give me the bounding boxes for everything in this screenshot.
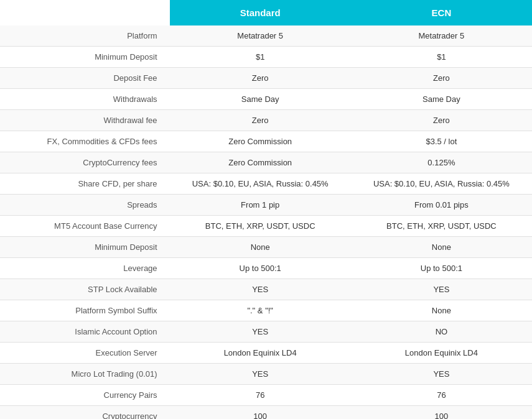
table-row: Minimum Deposit$1$1 [0,47,532,68]
comparison-table-container: Standard ECN PlatformMetatrader 5Metatra… [0,0,532,419]
row-standard-value: YES [170,279,351,300]
header-ecn: ECN [351,0,532,25]
row-standard-value: Up to 500:1 [170,258,351,279]
row-standard-value: Metatrader 5 [170,25,351,47]
row-standard-value: Zero [170,110,351,131]
row-standard-value: Zero Commission [170,152,351,173]
header-row: Standard ECN [0,0,532,25]
row-standard-value: Zero Commission [170,131,351,152]
row-label: MT5 Account Base Currency [0,216,170,237]
row-standard-value: 100 [170,406,351,420]
row-ecn-value: 100 [351,406,532,420]
row-standard-value: None [170,237,351,258]
table-row: FX, Commodities & CFDs feesZero Commissi… [0,131,532,152]
row-label: Share CFD, per share [0,173,170,195]
table-row: Share CFD, per shareUSA: $0.10, EU, ASIA… [0,173,532,195]
row-standard-value: From 1 pip [170,195,351,216]
row-ecn-value: YES [351,364,532,385]
row-label: Withdrawal fee [0,110,170,131]
comparison-table: Standard ECN PlatformMetatrader 5Metatra… [0,0,532,419]
table-row: WithdrawalsSame DaySame Day [0,89,532,110]
table-row: Execution ServerLondon Equinix LD4London… [0,343,532,364]
row-standard-value: Same Day [170,89,351,110]
row-ecn-value: USA: $0.10, EU, ASIA, Russia: 0.45% [351,173,532,195]
row-standard-value: 76 [170,385,351,406]
row-label: Platform [0,25,170,47]
row-label: Withdrawals [0,89,170,110]
row-standard-value: Zero [170,68,351,89]
row-label: Spreads [0,195,170,216]
row-standard-value: USA: $0.10, EU, ASIA, Russia: 0.45% [170,173,351,195]
table-row: STP Lock AvailableYESYES [0,279,532,300]
table-row: LeverageUp to 500:1Up to 500:1 [0,258,532,279]
table-row: Currency Pairs7676 [0,385,532,406]
row-label: Micro Lot Trading (0.01) [0,364,170,385]
table-row: Islamic Account OptionYESNO [0,321,532,343]
table-row: Micro Lot Trading (0.01)YESYES [0,364,532,385]
table-row: Deposit FeeZeroZero [0,68,532,89]
header-standard: Standard [170,0,351,25]
row-standard-value: YES [170,321,351,343]
row-ecn-value: NO [351,321,532,343]
row-ecn-value: Metatrader 5 [351,25,532,47]
row-ecn-value: Zero [351,110,532,131]
row-ecn-value: $3.5 / lot [351,131,532,152]
row-ecn-value: 0.125% [351,152,532,173]
row-label: Minimum Deposit [0,237,170,258]
row-label: Minimum Deposit [0,47,170,68]
table-row: Cryptocurrency100100 [0,406,532,420]
table-body: PlatformMetatrader 5Metatrader 5Minimum … [0,25,532,419]
row-label: Platform Symbol Suffix [0,300,170,321]
row-ecn-value: 76 [351,385,532,406]
row-label: Deposit Fee [0,68,170,89]
row-ecn-value: BTC, ETH, XRP, USDT, USDC [351,216,532,237]
row-ecn-value: None [351,237,532,258]
row-ecn-value: $1 [351,47,532,68]
row-label: Execution Server [0,343,170,364]
row-label: FX, Commodities & CFDs fees [0,131,170,152]
row-ecn-value: YES [351,279,532,300]
row-label: CryptoCurrency fees [0,152,170,173]
table-row: PlatformMetatrader 5Metatrader 5 [0,25,532,47]
row-ecn-value: Up to 500:1 [351,258,532,279]
table-row: Platform Symbol Suffix"." & "!"None [0,300,532,321]
row-standard-value: BTC, ETH, XRP, USDT, USDC [170,216,351,237]
table-row: SpreadsFrom 1 pipFrom 0.01 pips [0,195,532,216]
row-label: Currency Pairs [0,385,170,406]
table-row: MT5 Account Base CurrencyBTC, ETH, XRP, … [0,216,532,237]
header-label-col [0,0,170,25]
row-standard-value: YES [170,364,351,385]
table-row: Withdrawal feeZeroZero [0,110,532,131]
row-label: Islamic Account Option [0,321,170,343]
row-ecn-value: London Equinix LD4 [351,343,532,364]
row-standard-value: $1 [170,47,351,68]
row-standard-value: London Equinix LD4 [170,343,351,364]
row-label: STP Lock Available [0,279,170,300]
row-ecn-value: From 0.01 pips [351,195,532,216]
table-row: Minimum DepositNoneNone [0,237,532,258]
row-ecn-value: Zero [351,68,532,89]
row-label: Leverage [0,258,170,279]
row-ecn-value: Same Day [351,89,532,110]
row-standard-value: "." & "!" [170,300,351,321]
row-ecn-value: None [351,300,532,321]
table-row: CryptoCurrency feesZero Commission0.125% [0,152,532,173]
row-label: Cryptocurrency [0,406,170,420]
